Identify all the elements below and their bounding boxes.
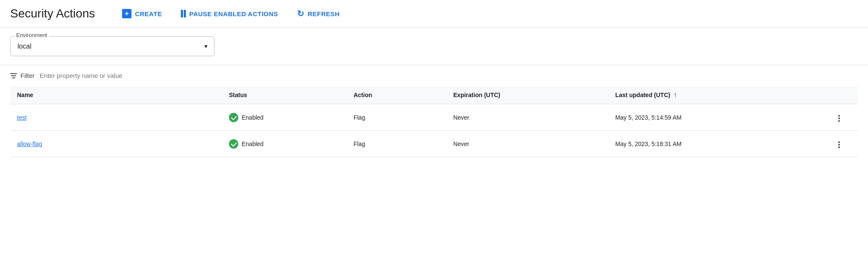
table-header-row: Name Status Action Expiration (UTC) Last… [10,86,858,104]
filter-label-group: Filter [10,72,34,79]
cell-lastupdated-0: May 5, 2023, 5:14:59 AM [608,104,820,131]
cell-status-1: Enabled [222,131,347,157]
row-menu-button-0[interactable] [835,113,843,123]
cell-status-0: Enabled [222,104,347,131]
pause-button[interactable]: PAUSE ENABLED ACTIONS [179,7,280,20]
table-container: Name Status Action Expiration (UTC) Last… [0,86,868,157]
cell-expiration-1: Never [446,131,608,157]
cell-lastupdated-1: May 5, 2023, 5:18:31 AM [608,131,820,157]
col-header-lastupdated: Last updated (UTC) ↑ [608,86,820,104]
enabled-check-icon-0 [229,113,238,122]
status-cell-0: Enabled [229,113,340,122]
create-icon: + [122,9,131,18]
pause-icon [181,10,186,17]
page-title: Security Actions [10,7,95,20]
cell-menu-1 [820,131,858,157]
cell-name-1: allow-flag [10,131,222,157]
environment-select[interactable]: local staging production [10,36,214,56]
cell-action-1: Flag [347,131,446,157]
status-cell-1: Enabled [229,139,340,149]
col-header-name: Name [10,86,222,104]
filter-label: Filter [20,72,34,79]
cell-expiration-0: Never [446,104,608,131]
filter-input[interactable] [40,72,210,79]
create-button[interactable]: + CREATE [120,6,164,21]
page-header: Security Actions + CREATE PAUSE ENABLED … [0,0,868,28]
header-actions: + CREATE PAUSE ENABLED ACTIONS ↻ REFRESH [120,6,341,21]
table-row: allow-flag Enabled Flag Never May 5, 202… [10,131,858,157]
row-name-link-1[interactable]: allow-flag [17,141,42,147]
filter-row: Filter [0,65,868,86]
enabled-check-icon-1 [229,139,238,149]
table-row: test Enabled Flag Never May 5, 2023, 5:1… [10,104,858,131]
refresh-icon: ↻ [297,9,305,19]
cell-name-0: test [10,104,222,131]
row-menu-button-1[interactable] [835,140,843,150]
row-name-link-0[interactable]: test [17,114,27,121]
sort-arrow-icon[interactable]: ↑ [674,91,677,99]
col-header-menu [820,86,858,104]
environment-dropdown-wrapper: Environment local staging production ▼ [10,36,214,56]
filter-icon [10,73,17,78]
col-header-expiration: Expiration (UTC) [446,86,608,104]
col-header-status: Status [222,86,347,104]
refresh-button[interactable]: ↻ REFRESH [295,6,342,21]
cell-action-0: Flag [347,104,446,131]
environment-label: Environment [14,32,49,38]
environment-section: Environment local staging production ▼ [0,28,868,65]
cell-menu-0 [820,104,858,131]
col-header-action: Action [347,86,446,104]
security-actions-table: Name Status Action Expiration (UTC) Last… [10,86,858,157]
